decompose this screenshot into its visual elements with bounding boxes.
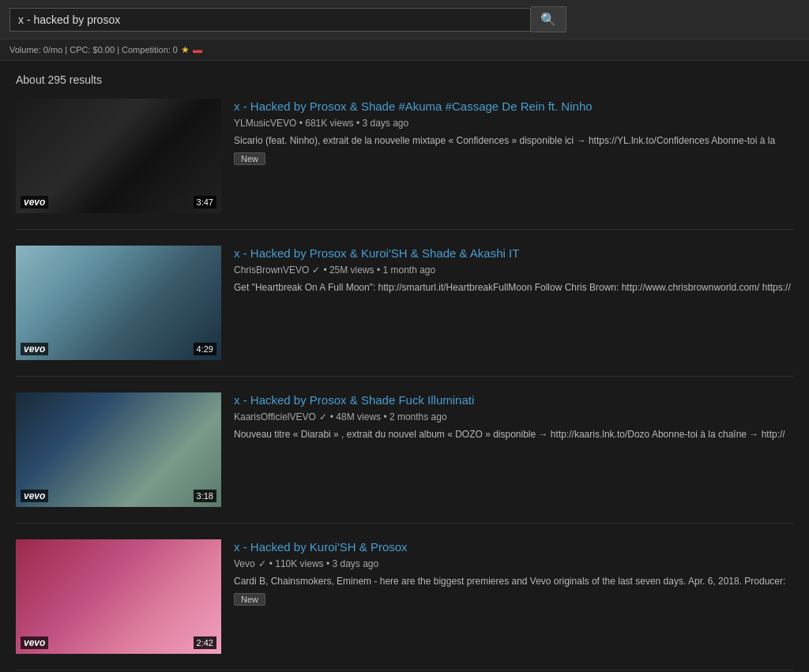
thumbnail-3[interactable]: vevo 3:18 [16, 392, 221, 507]
vevo-badge: vevo [21, 490, 48, 502]
result-channel-4: Vevo ✓ • 110K views • 3 days ago [234, 558, 793, 569]
verified-icon: ✓ [258, 558, 266, 569]
divider-3 [16, 523, 793, 524]
search-meta: Volume: 0/mo | CPC: $0.00 | Competition:… [0, 39, 809, 61]
result-description: Sicario (feat. Ninho), extrait de la nou… [234, 133, 793, 148]
vevo-badge: vevo [21, 343, 48, 355]
divider-1 [16, 229, 793, 230]
result-title-4[interactable]: x - Hacked by Kuroi'SH & Prosox [234, 539, 793, 555]
vevo-badge: vevo [21, 636, 48, 649]
verified-icon: ✓ [312, 265, 320, 276]
result-item-1: vevo 3:47 x - Hacked by Prosox & Shade #… [16, 99, 793, 213]
thumbnail-4[interactable]: vevo 2:42 [16, 539, 221, 654]
result-channel-1: YLMusicVEVO • 681K views • 3 days ago [234, 118, 793, 129]
result-title-3[interactable]: x - Hacked by Prosox & Shade Fuck Illumi… [234, 392, 793, 408]
search-meta-text: Volume: 0/mo | CPC: $0.00 | Competition:… [9, 45, 178, 54]
result-item-2: vevo 4:29 x - Hacked by Prosox & Kuroi'S… [16, 246, 793, 360]
verified-icon: ✓ [319, 411, 327, 422]
result-info-4: x - Hacked by Kuroi'SH & Prosox Vevo ✓ •… [234, 539, 793, 606]
flag-icon: ▬ [193, 44, 202, 55]
divider-4 [16, 670, 793, 670]
result-item-4: vevo 2:42 x - Hacked by Kuroi'SH & Proso… [16, 539, 793, 654]
new-badge: New [234, 593, 265, 606]
result-item-3: vevo 3:18 x - Hacked by Prosox & Shade F… [16, 392, 793, 507]
search-button[interactable]: 🔍 [531, 6, 566, 32]
result-info-3: x - Hacked by Prosox & Shade Fuck Illumi… [234, 392, 793, 446]
duration-badge: 3:18 [194, 490, 216, 502]
search-bar: 🔍 [0, 0, 809, 39]
result-info-1: x - Hacked by Prosox & Shade #Akuma #Cas… [234, 99, 793, 165]
results-container: About 295 results vevo 3:47 x - Hacked b… [0, 61, 809, 672]
duration-badge: 4:29 [194, 343, 216, 355]
star-icon: ★ [181, 44, 190, 55]
result-description: Nouveau titre « Diarabi » , extrait du n… [234, 427, 793, 441]
result-info-2: x - Hacked by Prosox & Kuroi'SH & Shade … [234, 246, 793, 299]
result-title-2[interactable]: x - Hacked by Prosox & Kuroi'SH & Shade … [234, 246, 793, 261]
duration-badge: 2:42 [194, 636, 216, 649]
result-description: Get "Heartbreak On A Full Moon": http://… [234, 280, 793, 295]
vevo-badge: vevo [21, 196, 48, 208]
divider-2 [16, 376, 793, 377]
thumbnail-2[interactable]: vevo 4:29 [16, 246, 221, 360]
result-title-1[interactable]: x - Hacked by Prosox & Shade #Akuma #Cas… [234, 99, 793, 115]
duration-badge: 3:47 [194, 196, 216, 208]
result-description: Cardi B, Chainsmokers, Eminem - here are… [234, 574, 793, 588]
result-channel-3: KaarisOfficielVEVO ✓ • 48M views • 2 mon… [234, 411, 793, 422]
search-input[interactable] [9, 8, 531, 32]
results-list: vevo 3:47 x - Hacked by Prosox & Shade #… [16, 99, 793, 672]
results-count: About 295 results [16, 73, 793, 86]
thumbnail-1[interactable]: vevo 3:47 [16, 99, 221, 213]
new-badge: New [234, 152, 265, 165]
result-channel-2: ChrisBrownVEVO ✓ • 25M views • 1 month a… [234, 265, 793, 276]
